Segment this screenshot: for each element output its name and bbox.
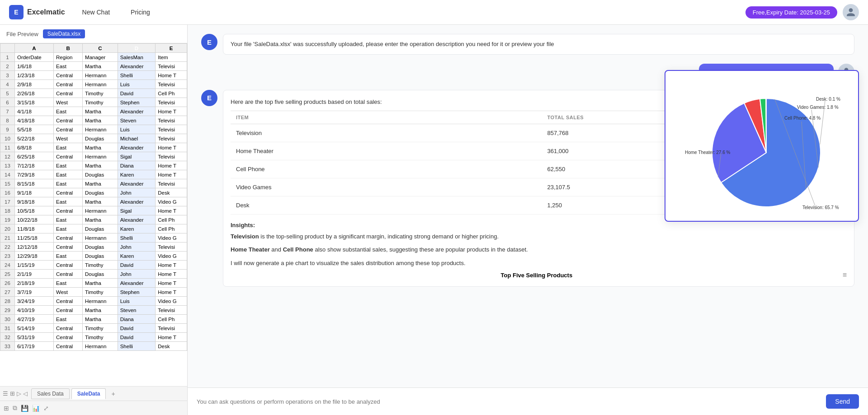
table-cell[interactable]: Televisi: [156, 134, 187, 143]
table-cell[interactable]: 6/25/18: [14, 152, 53, 161]
table-cell[interactable]: 4/10/19: [14, 306, 53, 315]
sheet-icon-1[interactable]: ☰: [3, 390, 8, 397]
table-cell[interactable]: Televisi: [156, 242, 187, 252]
table-cell[interactable]: West: [54, 134, 83, 143]
save-icon[interactable]: 💾: [21, 405, 28, 412]
table-cell[interactable]: 9/1/18: [14, 188, 53, 197]
table-cell[interactable]: Martha: [83, 161, 118, 170]
table-cell[interactable]: Home T: [156, 270, 187, 279]
table-cell[interactable]: Martha: [83, 315, 118, 324]
copy-icon[interactable]: ⧉: [13, 404, 17, 412]
table-cell[interactable]: Home T: [156, 279, 187, 288]
table-cell[interactable]: Home T: [156, 288, 187, 297]
avatar[interactable]: [843, 4, 859, 20]
table-cell[interactable]: Home T: [156, 143, 187, 152]
table-cell[interactable]: Martha: [83, 143, 118, 152]
table-cell[interactable]: Martha: [83, 179, 118, 188]
new-chat-link[interactable]: New Chat: [79, 7, 113, 18]
table-cell[interactable]: 3/7/19: [14, 288, 53, 297]
table-cell[interactable]: Sigal: [118, 152, 156, 161]
add-sheet-button[interactable]: +: [108, 388, 118, 399]
table-cell[interactable]: David: [118, 333, 156, 342]
table-cell[interactable]: Shelli: [118, 71, 156, 80]
table-cell[interactable]: East: [54, 161, 83, 170]
grid-icon[interactable]: ⊞: [4, 405, 9, 412]
sheet-icon-3[interactable]: ▷: [17, 390, 21, 397]
table-cell[interactable]: Timothy: [83, 288, 118, 297]
table-cell[interactable]: West: [54, 288, 83, 297]
table-cell[interactable]: Martha: [83, 197, 118, 206]
table-cell[interactable]: 1/23/18: [14, 71, 53, 80]
table-cell[interactable]: Martha: [83, 62, 118, 71]
col-A-header[interactable]: A: [14, 44, 53, 53]
table-cell[interactable]: Alexander: [118, 107, 156, 116]
table-cell[interactable]: 5/22/18: [14, 134, 53, 143]
table-cell[interactable]: Hermann: [83, 206, 118, 215]
table-cell[interactable]: Central: [54, 89, 83, 98]
table-cell[interactable]: 11/8/18: [14, 224, 53, 233]
table-cell[interactable]: David: [118, 261, 156, 270]
table-cell[interactable]: Douglas: [83, 252, 118, 261]
table-cell[interactable]: Home T: [156, 71, 187, 80]
table-cell[interactable]: Martha: [83, 107, 118, 116]
table-cell[interactable]: Steven: [118, 306, 156, 315]
table-cell[interactable]: Video G: [156, 297, 187, 306]
table-cell[interactable]: 1/6/18: [14, 62, 53, 71]
sheet-icon-4[interactable]: ◁: [23, 390, 28, 397]
table-cell[interactable]: Cell Ph: [156, 215, 187, 224]
table-cell[interactable]: East: [54, 197, 83, 206]
table-cell[interactable]: Karen: [118, 252, 156, 261]
chart-menu-icon[interactable]: ≡: [843, 271, 847, 279]
table-cell[interactable]: 4/18/18: [14, 116, 53, 125]
table-cell[interactable]: Hermann: [83, 80, 118, 89]
chart-icon[interactable]: 📊: [32, 405, 40, 412]
table-cell[interactable]: Televisi: [156, 125, 187, 134]
table-cell[interactable]: 4/27/19: [14, 315, 53, 324]
table-cell[interactable]: 2/9/18: [14, 80, 53, 89]
table-cell[interactable]: Video G: [156, 233, 187, 242]
table-cell[interactable]: Televisi: [156, 179, 187, 188]
file-badge[interactable]: SaleData.xlsx: [43, 29, 85, 38]
spreadsheet-container[interactable]: A B C D E 1 OrderDate Region Manager Sal…: [0, 43, 187, 386]
table-cell[interactable]: Central: [54, 333, 83, 342]
table-cell[interactable]: Central: [54, 188, 83, 197]
table-cell[interactable]: Michael: [118, 134, 156, 143]
table-cell[interactable]: Desk: [156, 188, 187, 197]
table-cell[interactable]: 5/14/19: [14, 324, 53, 333]
table-cell[interactable]: East: [54, 179, 83, 188]
sheet-tab-saledata[interactable]: SaleData: [71, 388, 106, 399]
col-E-header[interactable]: E: [156, 44, 187, 53]
table-cell[interactable]: Alexander: [118, 62, 156, 71]
table-cell[interactable]: Alexander: [118, 143, 156, 152]
table-cell[interactable]: Video G: [156, 197, 187, 206]
table-cell[interactable]: John: [118, 270, 156, 279]
table-cell[interactable]: Central: [54, 270, 83, 279]
table-cell[interactable]: Martha: [83, 215, 118, 224]
table-cell[interactable]: 7/29/18: [14, 170, 53, 179]
table-cell[interactable]: Hermann: [83, 297, 118, 306]
table-cell[interactable]: Douglas: [83, 188, 118, 197]
table-cell[interactable]: East: [54, 170, 83, 179]
table-cell[interactable]: Televisi: [156, 80, 187, 89]
col-C-header[interactable]: C: [83, 44, 118, 53]
sheet-tab-salesdata[interactable]: Sales Data: [31, 388, 70, 399]
table-cell[interactable]: 12/29/18: [14, 252, 53, 261]
table-cell[interactable]: David: [118, 89, 156, 98]
table-cell[interactable]: 6/17/19: [14, 342, 53, 351]
table-cell[interactable]: Douglas: [83, 170, 118, 179]
table-cell[interactable]: 8/15/18: [14, 179, 53, 188]
table-cell[interactable]: East: [54, 215, 83, 224]
table-cell[interactable]: Home T: [156, 333, 187, 342]
table-cell[interactable]: Sigal: [118, 206, 156, 215]
table-cell[interactable]: East: [54, 62, 83, 71]
table-cell[interactable]: Stephen: [118, 288, 156, 297]
table-cell[interactable]: West: [54, 98, 83, 107]
table-cell[interactable]: Televisi: [156, 152, 187, 161]
table-cell[interactable]: Alexander: [118, 215, 156, 224]
table-cell[interactable]: Alexander: [118, 197, 156, 206]
table-cell[interactable]: Martha: [83, 306, 118, 315]
pricing-link[interactable]: Pricing: [127, 7, 154, 18]
table-cell[interactable]: 7/12/18: [14, 161, 53, 170]
free-badge[interactable]: Free,Expiry Date: 2025-03-25: [745, 6, 837, 19]
table-cell[interactable]: Douglas: [83, 270, 118, 279]
